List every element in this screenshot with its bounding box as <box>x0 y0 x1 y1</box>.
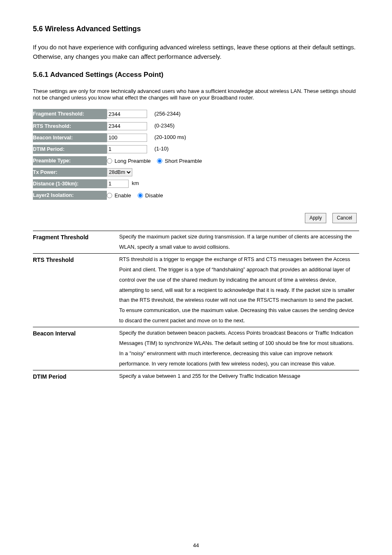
fragment-threshold-hint: (256-2344) <box>154 111 181 117</box>
section-heading: 5.6 Wireless Advanced Settings <box>33 25 359 33</box>
button-row: Apply Cancel <box>33 213 359 223</box>
beacon-interval-hint: (20-1000 ms) <box>154 134 186 140</box>
distance-unit: km <box>132 180 139 186</box>
layer2-isolation-label: Layer2 Isolation: <box>33 190 107 201</box>
intro-paragraph: If you do not have experience with confi… <box>33 42 359 62</box>
isolation-enable-radio[interactable] <box>107 193 112 198</box>
desc-rts-text: RTS threshold is a trigger to engage the… <box>119 253 359 327</box>
fragment-threshold-label: Fragment Threshold: <box>33 109 107 120</box>
page-number: 44 <box>0 542 392 548</box>
rts-threshold-label: RTS Threshold: <box>33 120 107 132</box>
isolation-enable-label: Enable <box>115 192 131 199</box>
desc-beacon-text: Specify the duration between beacon pack… <box>119 327 359 370</box>
preamble-long-label: Long Preamble <box>115 158 151 164</box>
preamble-short-label: Short Preamble <box>165 158 202 164</box>
beacon-interval-input[interactable] <box>107 134 147 142</box>
desc-dtim-label: DTIM Period <box>33 370 119 384</box>
dtim-period-input[interactable] <box>107 145 147 153</box>
desc-rts-label: RTS Threshold <box>33 253 119 327</box>
distance-input[interactable] <box>107 180 129 188</box>
desc-fragment-text: Specify the maximum packet size during t… <box>119 231 359 253</box>
beacon-interval-label: Beacon Interval: <box>33 132 107 143</box>
desc-beacon-label: Beacon Interval <box>33 327 119 370</box>
warning-note: These settings are only for more technic… <box>33 88 359 102</box>
settings-form: Fragment Threshold: (256-2344) RTS Thres… <box>33 109 207 202</box>
description-table: Fragment Threshold Specify the maximum p… <box>33 231 359 384</box>
page: 5.6 Wireless Advanced Settings If you do… <box>0 0 392 555</box>
apply-button[interactable]: Apply <box>305 213 326 223</box>
tx-power-select[interactable]: 28dBm <box>107 168 132 176</box>
dtim-period-hint: (1-10) <box>154 146 169 152</box>
subsection-heading: 5.6.1 Advanced Settings (Access Point) <box>33 71 359 79</box>
desc-dtim-text: Specify a value between 1 and 255 for th… <box>119 370 359 384</box>
rts-threshold-input[interactable] <box>107 122 147 130</box>
rts-threshold-hint: (0-2345) <box>154 123 175 129</box>
tx-power-label: Tx Power: <box>33 166 107 178</box>
cancel-button[interactable]: Cancel <box>332 213 357 223</box>
isolation-disable-label: Disable <box>145 192 163 199</box>
isolation-disable-radio[interactable] <box>138 193 143 198</box>
preamble-type-label: Preamble Type: <box>33 155 107 166</box>
dtim-period-label: DTIM Period: <box>33 143 107 155</box>
fragment-threshold-input[interactable] <box>107 110 147 118</box>
preamble-long-radio[interactable] <box>107 158 112 164</box>
desc-fragment-label: Fragment Threshold <box>33 231 119 253</box>
preamble-short-radio[interactable] <box>157 158 162 164</box>
distance-label: Distance (1-30km): <box>33 178 107 190</box>
